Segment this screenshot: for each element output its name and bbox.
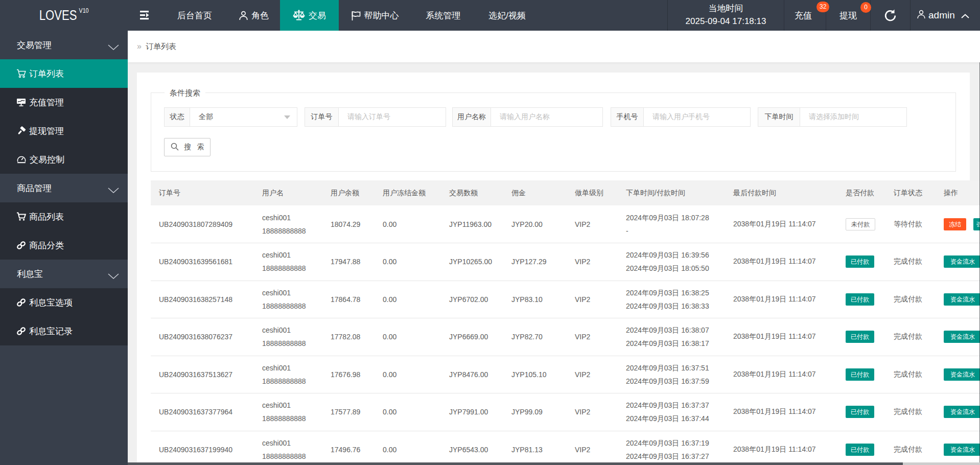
order-time: 2024年09月03日 16:37:51: [626, 361, 725, 375]
cell-commission: JYP82.70: [503, 318, 567, 356]
cell-frozen: 0.00: [375, 431, 441, 465]
cell-last-pay-time: 2038年01月19日 11:14:07: [725, 243, 837, 281]
order-no: UB2409031639561681: [159, 258, 232, 266]
nav-item-roles[interactable]: 角色: [231, 0, 277, 31]
frozen-amount: 0.00: [383, 295, 396, 304]
trade-amount: JYP10265.00: [449, 258, 492, 266]
order-no: UB2409031637513627: [159, 370, 232, 379]
cell-commission: JYP105.10: [503, 356, 567, 393]
status-select[interactable]: 全部: [190, 108, 297, 126]
column-header: 最后付款时间: [725, 180, 837, 205]
cell-times: 2024年09月03日 16:38:072024年09月03日 16:38:17: [618, 318, 725, 356]
action-button-funds-flow[interactable]: 资金流水: [944, 255, 980, 268]
pay-time: 2024年09月03日 16:37:59: [626, 375, 725, 388]
sidebar-item-order-list[interactable]: 订单列表: [0, 59, 128, 88]
sidebar-group-product-management[interactable]: 商品管理: [0, 174, 128, 202]
order-no: UB2409031637199940: [159, 446, 232, 454]
cell-status: 等待付款: [885, 205, 936, 243]
sidebar-item-label: 商品分类: [29, 240, 64, 251]
username: ceshi001: [262, 323, 322, 337]
cell-order-no: UB2409031638076237: [151, 318, 254, 356]
cell-amount: JYP6543.00: [441, 431, 503, 465]
sidebar-item-label: 利息宝选项: [29, 297, 73, 309]
order-time: 2024年09月03日 18:07:28: [626, 211, 725, 224]
sidebar-group-label: 商品管理: [17, 182, 52, 194]
user-menu[interactable]: admin: [917, 0, 969, 31]
nav-item-system[interactable]: 系统管理: [414, 0, 473, 31]
sidebar-item-trade-control[interactable]: 交易控制: [0, 145, 128, 174]
cart-solid-icon: [16, 212, 26, 221]
sidebar-item-product-category[interactable]: 商品分类: [0, 231, 128, 260]
order-time-input[interactable]: 请选择添加时间: [800, 108, 906, 126]
nav-item-trade[interactable]: 交易: [280, 0, 339, 31]
sidebar-group-interest-treasure[interactable]: 利息宝: [0, 260, 128, 288]
level: VIP2: [575, 220, 590, 228]
breadcrumb-arrow: »: [137, 42, 142, 51]
horizontal-scrollbar-thumb[interactable]: [128, 462, 903, 465]
sidebar-item-product-list[interactable]: 商品列表: [0, 202, 128, 231]
cell-times: 2024年09月03日 16:37:192024年09月03日 16:37:27: [618, 431, 725, 465]
order-status: 完成付款: [894, 257, 922, 265]
order-status: 完成付款: [894, 332, 922, 340]
search-button[interactable]: 搜索: [164, 138, 211, 156]
user-name-label: 用户名称: [453, 108, 491, 126]
cell-user: ceshi00118888888888: [254, 281, 322, 318]
nav-item-home[interactable]: 后台首页: [166, 0, 223, 31]
cell-balance: 17496.76: [322, 431, 375, 465]
link-icon: [16, 241, 26, 250]
cell-status: 完成付款: [885, 281, 936, 318]
frozen-amount: 0.00: [383, 258, 396, 266]
cell-balance: 17782.08: [322, 318, 375, 356]
commission: JYP81.13: [511, 446, 543, 454]
sidebar-item-interest-options[interactable]: 利息宝选项: [0, 288, 128, 317]
phone-input[interactable]: 请输入用户手机号: [644, 108, 750, 126]
column-header: 订单状态: [885, 180, 936, 205]
table-row: UB2409031638076237ceshi00118888888888177…: [151, 318, 980, 356]
phone: 18888888888: [262, 299, 322, 313]
sidebar-group-trade-management[interactable]: 交易管理: [0, 31, 128, 59]
logo[interactable]: LOVESV10: [0, 0, 128, 31]
table-row: UB2409031637377964ceshi00118888888888175…: [151, 393, 980, 431]
cell-times: 2024年09月03日 16:38:252024年09月03日 16:38:33: [618, 281, 725, 318]
horizontal-scrollbar[interactable]: [128, 462, 980, 465]
user-name-group: 用户名称 请输入用户名称: [452, 107, 603, 127]
cell-actions: 资金流水: [936, 431, 980, 465]
action-button-funds-flow[interactable]: 资金流水: [944, 406, 980, 418]
status-select-value: 全部: [199, 112, 213, 122]
action-button-funds-flow[interactable]: 资金流水: [944, 293, 980, 306]
paid-status-badge: 已付款: [846, 255, 874, 268]
cell-commission: JYP99.09: [503, 393, 567, 431]
select-arrow-icon: [284, 115, 290, 119]
withdraw-link[interactable]: 提现: [839, 0, 857, 31]
action-button-funds-flow[interactable]: 资金流水: [944, 331, 980, 343]
order-no-input[interactable]: 请输入订单号: [339, 108, 446, 126]
cell-paid: 已付款: [837, 281, 885, 318]
collapse-sidebar-icon[interactable]: [140, 10, 150, 20]
cell-balance: 18074.29: [322, 205, 375, 243]
paid-status-badge: 已付款: [846, 293, 874, 306]
refresh-icon[interactable]: [883, 9, 897, 22]
pay-time: 2024年09月03日 16:38:33: [626, 299, 725, 313]
action-button-freeze[interactable]: 冻结: [944, 218, 966, 230]
nav-item-label: 帮助中心: [364, 10, 399, 21]
username: ceshi001: [262, 248, 322, 262]
action-button-funds-flow[interactable]: 资金流水: [944, 444, 980, 456]
cell-balance: 17676.98: [322, 356, 375, 393]
recharge-link[interactable]: 充值: [795, 0, 812, 31]
sidebar-group-label: 利息宝: [17, 268, 43, 280]
paid-status-badge: 已付款: [846, 406, 874, 418]
order-status: 完成付款: [894, 407, 922, 415]
action-button-funds-flow[interactable]: 资金流水: [944, 368, 980, 381]
column-header: 佣金: [503, 180, 567, 205]
sidebar-item-interest-records[interactable]: 利息宝记录: [0, 317, 128, 345]
recharge-label: 充值: [795, 10, 812, 21]
user-name-input[interactable]: 请输入用户名称: [491, 108, 602, 126]
nav-item-video[interactable]: 选妃/视频: [475, 0, 539, 31]
pay-time: -: [626, 224, 725, 238]
chart-board-icon: [16, 98, 26, 107]
cell-order-no: UB2409031807289409: [151, 205, 254, 243]
sidebar-item-recharge-management[interactable]: 充值管理: [0, 88, 128, 117]
cell-actions: 冻结强制付款: [936, 205, 980, 243]
nav-item-help-center[interactable]: 帮助中心: [343, 0, 407, 31]
sidebar-item-withdraw-management[interactable]: 提现管理: [0, 117, 128, 145]
